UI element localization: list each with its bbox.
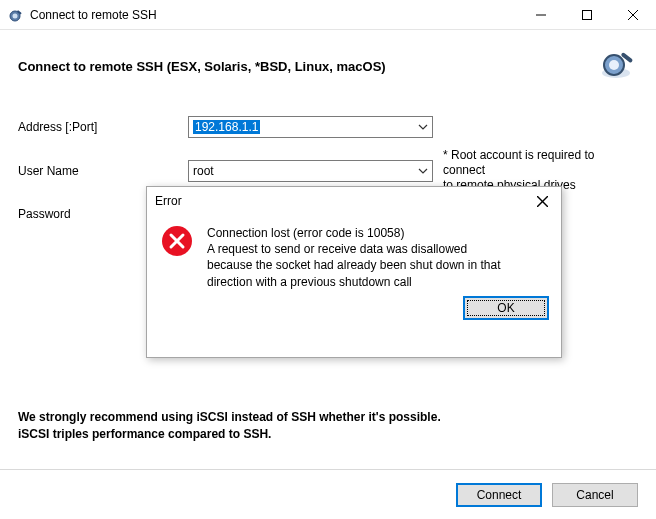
- reco-line: iSCSI triples performance compared to SS…: [18, 426, 441, 443]
- error-icon: [161, 225, 193, 257]
- error-line: A request to send or receive data was di…: [207, 241, 501, 257]
- svg-rect-4: [583, 10, 592, 19]
- svg-point-9: [609, 60, 619, 70]
- titlebar: Connect to remote SSH: [0, 0, 656, 30]
- error-line: Connection lost (error code is 10058): [207, 225, 501, 241]
- cancel-button[interactable]: Cancel: [552, 483, 638, 507]
- error-dialog: Error Connection lost (error code is 100…: [146, 186, 562, 358]
- address-label: Address [:Port]: [18, 120, 188, 134]
- username-input[interactable]: root: [188, 160, 433, 182]
- magnifier-icon: [598, 48, 638, 84]
- svg-point-1: [13, 13, 18, 18]
- username-label: User Name: [18, 164, 188, 178]
- window-title: Connect to remote SSH: [30, 8, 518, 22]
- footer: Connect Cancel: [0, 469, 656, 519]
- app-icon: [8, 7, 24, 23]
- maximize-button[interactable]: [564, 0, 610, 30]
- error-message: Connection lost (error code is 10058) A …: [207, 225, 501, 290]
- dialog-title: Error: [155, 194, 529, 208]
- minimize-button[interactable]: [518, 0, 564, 30]
- chevron-down-icon[interactable]: [417, 165, 429, 177]
- dialog-close-button[interactable]: [529, 191, 555, 211]
- reco-line: We strongly recommend using iSCSI instea…: [18, 409, 441, 426]
- page-heading: Connect to remote SSH (ESX, Solaris, *BS…: [18, 59, 598, 74]
- error-line: direction with a previous shutdown call: [207, 274, 501, 290]
- dialog-titlebar: Error: [147, 187, 561, 215]
- header: Connect to remote SSH (ESX, Solaris, *BS…: [0, 30, 656, 92]
- address-value: 192.168.1.1: [193, 120, 260, 134]
- chevron-down-icon[interactable]: [417, 121, 429, 133]
- username-value: root: [193, 164, 214, 178]
- address-input[interactable]: 192.168.1.1: [188, 116, 433, 138]
- recommendation-text: We strongly recommend using iSCSI instea…: [18, 409, 441, 443]
- close-button[interactable]: [610, 0, 656, 30]
- connect-button[interactable]: Connect: [456, 483, 542, 507]
- hint-line: * Root account is required to connect: [443, 148, 633, 178]
- ok-button[interactable]: OK: [463, 296, 549, 320]
- error-line: because the socket had already been shut…: [207, 257, 501, 273]
